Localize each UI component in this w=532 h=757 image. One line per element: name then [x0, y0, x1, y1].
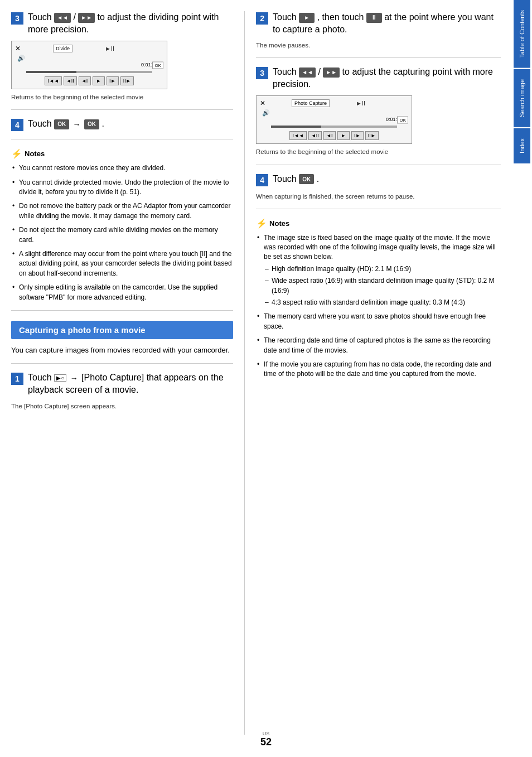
- ok-button-step4-right[interactable]: OK: [299, 174, 314, 184]
- step1-header: 1 Touch ▶○ → [Photo Capture] that appear…: [11, 372, 233, 396]
- device-controls-1: I◄◄ ◄II ◄I ► I► II►: [15, 76, 163, 85]
- list-item: A slight difference may occur from the p…: [11, 249, 233, 278]
- caption-2: Returns to the beginning of the selected…: [256, 147, 501, 156]
- ok-button-device1[interactable]: OK: [152, 61, 163, 69]
- progress-bar-1: [26, 71, 152, 73]
- ctrl-next-frame[interactable]: I►: [107, 76, 119, 85]
- blue-section-header: Capturing a photo from a movie: [11, 321, 233, 339]
- step3-left-header: 3 Touch ◄◄ / ►► to adjust the dividing p…: [11, 11, 233, 35]
- list-item: Do not remove the battery pack or the AC…: [11, 201, 233, 221]
- step3-left-number: 3: [11, 12, 23, 25]
- list-item: The recording date and time of captured …: [256, 336, 501, 355]
- notes-left-list: You cannot restore movies once they are …: [11, 163, 233, 302]
- page-footer: US 52: [260, 731, 272, 748]
- device-controls-2: I◄◄ ◄II ◄I ► I► II►: [260, 131, 408, 140]
- notes-left-header: ⚡ Notes: [11, 148, 233, 159]
- tab-toc[interactable]: Table of Contents: [514, 0, 530, 68]
- next-frame-button: ►►: [78, 13, 95, 23]
- speaker-icon-2: 🔊: [262, 109, 270, 117]
- notes-right: ⚡ Notes The image size is fixed based on…: [256, 218, 501, 379]
- country-code: US: [260, 731, 272, 736]
- play-button-r: ►: [299, 13, 315, 23]
- prev-frame-button-r: ◄◄: [299, 67, 316, 78]
- step3-right-text: Touch ◄◄ / ►► to adjust the capturing po…: [273, 66, 501, 90]
- timecode-2: 0:01:20: [260, 117, 403, 122]
- step2-right-text: Touch ► , then touch II at the point whe…: [273, 11, 501, 35]
- timecode-1: 0:01:20: [15, 62, 158, 67]
- step4-right-text: Touch OK .: [273, 173, 319, 185]
- step3-left-text: Touch ◄◄ / ►► to adjust the dividing poi…: [28, 11, 233, 35]
- list-item: The memory card where you want to save p…: [256, 312, 501, 331]
- step1-text: Touch ▶○ → [Photo Capture] that appears …: [28, 372, 233, 396]
- step2-caption: The movie pauses.: [256, 41, 501, 50]
- step4-left-number: 4: [11, 119, 23, 131]
- step2-right-number: 2: [256, 12, 268, 25]
- ctrl-prev-frame-2[interactable]: ◄I: [323, 131, 336, 140]
- page-number: 52: [260, 736, 272, 748]
- step2-right-header: 2 Touch ► , then touch II at the point w…: [256, 11, 501, 35]
- ctrl-prev-pause[interactable]: ◄II: [64, 76, 77, 85]
- tab-search[interactable]: Search image: [514, 69, 530, 127]
- side-tabs: Table of Contents Search image Index: [512, 0, 532, 757]
- photo-icon: ▶○: [54, 374, 66, 382]
- notes-icon-left: ⚡: [11, 148, 22, 159]
- ctrl-prev-frame[interactable]: ◄I: [79, 76, 91, 85]
- sub-item: High definition image quality (HD): 2.1 …: [264, 264, 501, 274]
- close-icon: ✕: [15, 45, 21, 52]
- next-frame-button-r: ►►: [323, 67, 340, 78]
- list-item: If the movie you are capturing from has …: [256, 360, 501, 379]
- pause-button-r: II: [366, 13, 382, 23]
- step4-left-text: Touch OK → OK .: [28, 118, 104, 130]
- step3-right-header: 3 Touch ◄◄ / ►► to adjust the capturing …: [256, 66, 501, 90]
- ok-button-step4a[interactable]: OK: [54, 119, 69, 129]
- photo-capture-label: Photo Capture: [292, 99, 330, 107]
- ctrl-ff-pause-2[interactable]: II►: [365, 131, 379, 140]
- ok-button-step4b[interactable]: OK: [84, 119, 99, 129]
- close-icon-2: ✕: [260, 99, 265, 107]
- step4-desc: When capturing is finished, the screen r…: [256, 192, 501, 201]
- device-mockup-2: ✕ Photo Capture ►II 🔊 OK 0:01:20 I◄◄ ◄II…: [256, 95, 412, 144]
- list-item: Only simple editing is available on the …: [11, 283, 233, 302]
- notes-left: ⚡ Notes You cannot restore movies once t…: [11, 148, 233, 302]
- section-intro: You can capture images from movies recor…: [11, 345, 233, 356]
- sub-item: Wide aspect ratio (16:9) with standard d…: [264, 276, 501, 296]
- ctrl-rewind-2[interactable]: I◄◄: [289, 131, 306, 140]
- ctrl-play[interactable]: ►: [93, 76, 105, 85]
- notes-right-list: The image size is fixed based on the ima…: [256, 233, 501, 379]
- step4-right-number: 4: [256, 174, 268, 186]
- speaker-icon: 🔊: [17, 55, 25, 62]
- list-item: You cannot restore movies once they are …: [11, 163, 233, 173]
- step4-right-header: 4 Touch OK .: [256, 173, 501, 186]
- step4-left-header: 4 Touch OK → OK .: [11, 118, 233, 131]
- pause-symbol-2: ►II: [356, 100, 365, 107]
- tab-index[interactable]: Index: [514, 128, 530, 163]
- ctrl-ff-pause[interactable]: II►: [120, 76, 134, 85]
- list-item: You cannot divide protected movie. Undo …: [11, 178, 233, 197]
- ctrl-next-frame-2[interactable]: I►: [351, 131, 364, 140]
- step1-number: 1: [11, 373, 23, 385]
- ctrl-play-2[interactable]: ►: [337, 131, 350, 140]
- ctrl-prev-pause-2[interactable]: ◄II: [308, 131, 322, 140]
- list-item: Do not eject the memory card while divid…: [11, 225, 233, 245]
- caption-1: Returns to the beginning of the selected…: [11, 93, 233, 102]
- ok-button-device2[interactable]: OK: [397, 116, 408, 123]
- list-item: The image size is fixed based on the ima…: [256, 233, 501, 308]
- sub-item: 4:3 aspect ratio with standard definitio…: [264, 298, 501, 307]
- step1-caption: The [Photo Capture] screen appears.: [11, 402, 233, 411]
- device-mockup-1: ✕ Divide ►II 🔊 OK 0:01:20 I◄◄ ◄II ◄I: [11, 41, 167, 89]
- progress-bar-2: [271, 126, 397, 128]
- prev-frame-button: ◄◄: [54, 13, 71, 23]
- divide-label: Divide: [53, 45, 72, 52]
- notes-icon-right: ⚡: [256, 218, 267, 229]
- pause-symbol-1: ►II: [105, 45, 114, 52]
- notes-right-header: ⚡ Notes: [256, 218, 501, 229]
- step3-right-number: 3: [256, 67, 268, 79]
- ctrl-rewind[interactable]: I◄◄: [45, 76, 61, 85]
